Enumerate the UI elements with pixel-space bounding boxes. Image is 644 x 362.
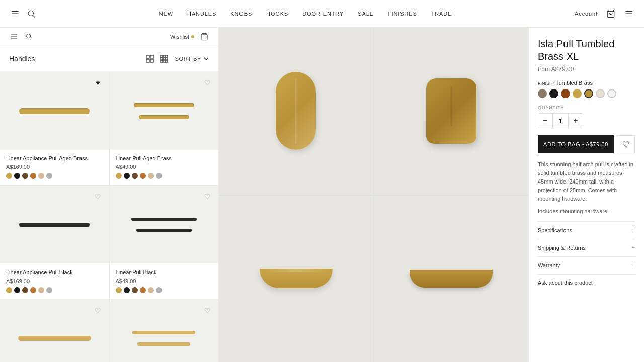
grid-3col-btn[interactable] [158, 53, 170, 64]
nav-knobs[interactable]: KNOBS [230, 11, 252, 17]
nav-new[interactable]: NEW [159, 11, 173, 17]
handle-visual-1 [19, 108, 90, 114]
swatch-bronze[interactable] [22, 173, 28, 179]
product-card-6[interactable]: ♡ [110, 300, 219, 362]
swatch-light-gold-3[interactable] [38, 287, 44, 293]
finish-swatch-black[interactable] [549, 89, 558, 98]
nav-sale[interactable]: SALE [358, 11, 374, 17]
accordion-icon-warranty: + [631, 262, 635, 269]
hamburger-icon[interactable] [624, 9, 634, 19]
finish-swatch-white[interactable] [607, 89, 616, 98]
finish-swatch-aged-brass[interactable] [573, 89, 582, 98]
heart-icon-6: ♡ [204, 307, 211, 315]
swatch-bronze-3[interactable] [22, 287, 28, 293]
wishlist-btn-6[interactable]: ♡ [201, 305, 213, 317]
finish-swatch-tumbled-silver[interactable] [538, 89, 547, 98]
swatch-black[interactable] [14, 173, 20, 179]
finish-swatch-tumbled-brass[interactable] [584, 89, 593, 98]
wishlist-link[interactable]: Wishlist [170, 34, 194, 40]
product-card-2[interactable]: ♡ Linear Pull Aged Brass A$49.00 [110, 72, 219, 185]
product-card-4[interactable]: ♡ Linear Pull Black A$49.00 [110, 186, 219, 299]
quantity-label: QUANTITY [538, 105, 635, 110]
wishlist-btn-1[interactable]: ♥ [92, 77, 104, 89]
sort-button[interactable]: SORT BY [175, 56, 209, 62]
swatch-silver-3[interactable] [46, 287, 52, 293]
handle-visual-4a [131, 218, 197, 221]
swatch-copper-3[interactable] [30, 287, 36, 293]
wishlist-btn-5[interactable]: ♡ [92, 305, 104, 317]
top-nav-center: NEW HANDLES KNOBS HOOKS DOOR ENTRY SALE … [159, 11, 452, 17]
menu-icon[interactable] [10, 9, 20, 19]
product-title: Isla Pull Tumbled Brass XL [538, 38, 635, 63]
nav-handles[interactable]: HANDLES [187, 11, 216, 17]
swatch-gold-3[interactable] [6, 287, 12, 293]
wishlist-btn-3[interactable]: ♡ [92, 191, 104, 203]
isla-lip-front-visual [260, 269, 333, 288]
swatch-silver[interactable] [46, 173, 52, 179]
product-card-1[interactable]: ♥ Linear Appliance Pull Aged Brass A$169… [0, 72, 109, 185]
handle-visual-6b [137, 342, 190, 346]
accordion-shipping[interactable]: Shipping & Returns + [538, 239, 635, 256]
detail-wishlist-btn[interactable]: ♡ [617, 135, 635, 153]
swatch-light-gold[interactable] [38, 173, 44, 179]
add-to-bag-row: ADD TO BAG • A$79.00 ♡ [538, 135, 635, 153]
qty-decrease-btn[interactable]: − [538, 114, 552, 128]
svg-line-13 [30, 38, 32, 39]
center-panel [219, 28, 528, 362]
swatch-copper-4[interactable] [140, 287, 146, 293]
product-price-3: A$169.00 [6, 278, 103, 284]
wishlist-btn-4[interactable]: ♡ [201, 191, 213, 203]
product-name-3: Linear Appliance Pull Black [6, 268, 103, 276]
mini-menu-icon[interactable] [9, 32, 19, 42]
finish-label: FINISH: Tumbled Brass [538, 80, 635, 86]
swatch-copper[interactable] [30, 173, 36, 179]
search-icon[interactable] [26, 9, 36, 19]
account-link[interactable]: Account [575, 11, 598, 17]
swatch-black-2[interactable] [124, 173, 130, 179]
svg-rect-16 [150, 55, 153, 58]
accordion-warranty[interactable]: Warranty + [538, 256, 635, 274]
product-card-5[interactable]: ♡ [0, 300, 109, 362]
finish-swatch-satin[interactable] [596, 89, 605, 98]
accordion-label-spec: Specifications [538, 227, 572, 233]
accordion-ask[interactable]: Ask about this product [538, 274, 635, 291]
svg-rect-25 [160, 60, 163, 62]
swatch-gold-2[interactable] [116, 173, 122, 179]
mini-cart-icon[interactable] [199, 32, 209, 42]
cart-icon[interactable] [606, 9, 616, 19]
swatch-silver-4[interactable] [156, 287, 162, 293]
swatch-gold[interactable] [6, 173, 12, 179]
wishlist-btn-2[interactable]: ♡ [201, 77, 213, 89]
swatch-gold-4[interactable] [116, 287, 122, 293]
swatch-light-gold-4[interactable] [148, 287, 154, 293]
finish-swatch-bronze[interactable] [561, 89, 570, 98]
nav-trade[interactable]: TRADE [431, 11, 452, 17]
nav-door-entry[interactable]: DOOR ENTRY [302, 11, 344, 17]
grid-2col-btn[interactable] [144, 53, 155, 64]
swatch-black-3[interactable] [14, 287, 20, 293]
swatch-silver-2[interactable] [156, 173, 162, 179]
accordion-specifications[interactable]: Specifications + [538, 221, 635, 239]
nav-finishes[interactable]: FINISHES [388, 11, 417, 17]
svg-rect-21 [166, 55, 168, 57]
top-nav-left [10, 9, 36, 19]
swatch-bronze-2[interactable] [132, 173, 138, 179]
add-to-bag-btn[interactable]: ADD TO BAG • A$79.00 [538, 135, 614, 153]
product-detail-price: from A$79.00 [538, 66, 635, 73]
mini-search-icon[interactable] [24, 32, 34, 42]
swatch-bronze-4[interactable] [132, 287, 138, 293]
qty-increase-btn[interactable]: + [569, 114, 583, 128]
product-card-3[interactable]: ♡ Linear Appliance Pull Black A$169.00 [0, 186, 109, 299]
mini-topbar: Wishlist [0, 28, 218, 46]
nav-hooks[interactable]: HOOKS [266, 11, 288, 17]
heart-icon-4: ♡ [204, 193, 211, 201]
svg-rect-24 [166, 58, 168, 60]
swatch-copper-2[interactable] [140, 173, 146, 179]
swatch-black-4[interactable] [124, 287, 130, 293]
product-price-1: A$169.00 [6, 164, 103, 170]
heart-icon-1: ♥ [96, 79, 100, 87]
swatch-light-gold-2[interactable] [148, 173, 154, 179]
svg-rect-26 [163, 60, 165, 62]
product-description: This stunning half arch pull is crafted … [538, 160, 635, 203]
svg-rect-15 [146, 55, 149, 58]
